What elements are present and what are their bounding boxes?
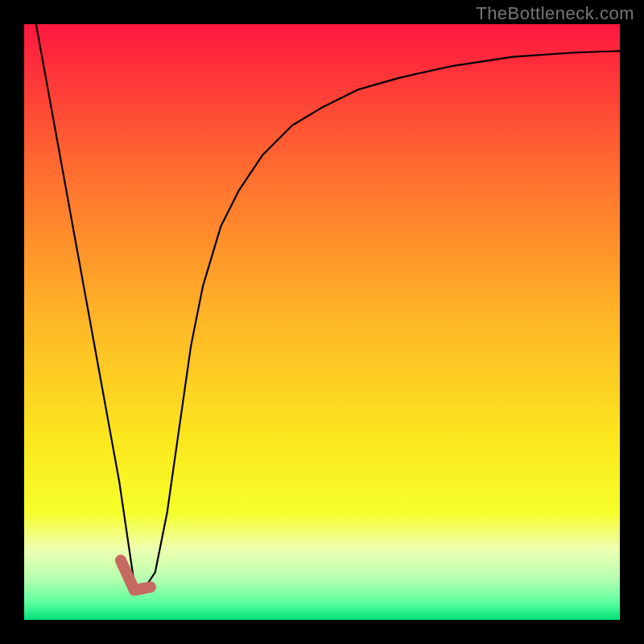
plot-background	[24, 24, 620, 620]
chart-frame: TheBottleneck.com	[0, 0, 644, 644]
chart-svg	[0, 0, 644, 644]
